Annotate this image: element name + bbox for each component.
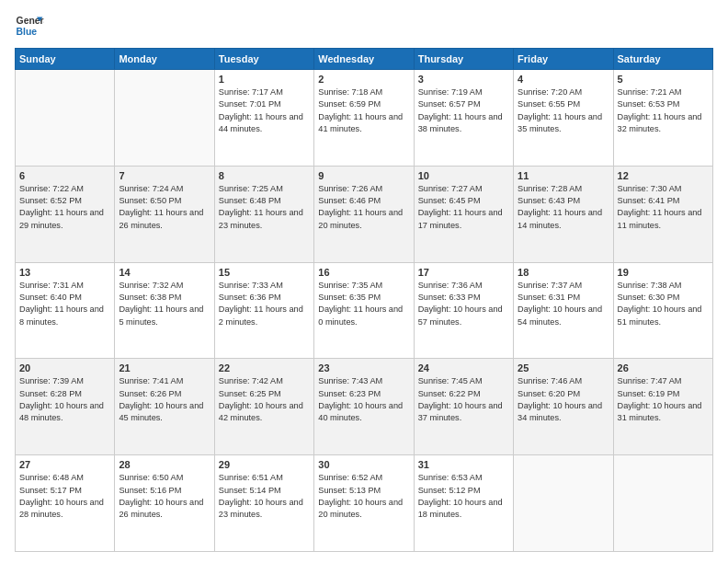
calendar-week-3: 13Sunrise: 7:31 AMSunset: 6:40 PMDayligh… [16, 262, 713, 359]
day-number: 24 [418, 362, 509, 373]
calendar-cell: 16Sunrise: 7:35 AMSunset: 6:35 PMDayligh… [314, 262, 414, 359]
day-number: 28 [119, 459, 210, 470]
day-number: 26 [618, 362, 709, 373]
calendar-cell: 23Sunrise: 7:43 AMSunset: 6:23 PMDayligh… [314, 359, 414, 455]
calendar-cell: 4Sunrise: 7:20 AMSunset: 6:55 PMDaylight… [514, 70, 613, 167]
col-header-wednesday: Wednesday [314, 49, 414, 70]
day-number: 1 [219, 74, 310, 85]
cell-content: Sunrise: 7:33 AMSunset: 6:36 PMDaylight:… [219, 281, 303, 327]
day-number: 25 [518, 362, 609, 373]
cell-content: Sunrise: 7:46 AMSunset: 6:20 PMDaylight:… [518, 376, 602, 422]
calendar-cell [16, 70, 115, 167]
cell-content: Sunrise: 7:47 AMSunset: 6:19 PMDaylight:… [618, 376, 702, 422]
calendar-week-2: 6Sunrise: 7:22 AMSunset: 6:52 PMDaylight… [16, 166, 713, 262]
calendar-cell: 1Sunrise: 7:17 AMSunset: 7:01 PMDaylight… [214, 70, 313, 167]
calendar-cell: 31Sunrise: 6:53 AMSunset: 5:12 PMDayligh… [414, 455, 513, 552]
cell-content: Sunrise: 6:52 AMSunset: 5:13 PMDaylight:… [318, 473, 403, 519]
calendar-cell [514, 455, 613, 552]
day-number: 8 [219, 170, 310, 181]
day-number: 31 [418, 459, 509, 470]
day-number: 5 [618, 74, 709, 85]
general-blue-logo-icon: General Blue [15, 11, 44, 40]
cell-content: Sunrise: 7:20 AMSunset: 6:55 PMDaylight:… [518, 87, 602, 133]
calendar-cell: 24Sunrise: 7:45 AMSunset: 6:22 PMDayligh… [414, 359, 513, 455]
day-number: 3 [418, 74, 509, 85]
cell-content: Sunrise: 7:39 AMSunset: 6:28 PMDaylight:… [19, 376, 104, 422]
cell-content: Sunrise: 7:42 AMSunset: 6:25 PMDaylight:… [219, 376, 303, 422]
cell-content: Sunrise: 7:18 AMSunset: 6:59 PMDaylight:… [318, 87, 403, 133]
cell-content: Sunrise: 6:53 AMSunset: 5:12 PMDaylight:… [418, 473, 503, 519]
day-number: 18 [518, 267, 609, 278]
day-number: 27 [19, 459, 110, 470]
cell-content: Sunrise: 7:43 AMSunset: 6:23 PMDaylight:… [318, 376, 403, 422]
day-number: 23 [318, 362, 409, 373]
calendar-cell: 20Sunrise: 7:39 AMSunset: 6:28 PMDayligh… [16, 359, 115, 455]
col-header-tuesday: Tuesday [214, 49, 313, 70]
calendar-cell: 27Sunrise: 6:48 AMSunset: 5:17 PMDayligh… [16, 455, 115, 552]
day-number: 4 [518, 74, 609, 85]
calendar-cell: 10Sunrise: 7:27 AMSunset: 6:45 PMDayligh… [414, 166, 513, 262]
cell-content: Sunrise: 7:24 AMSunset: 6:50 PMDaylight:… [119, 184, 203, 230]
calendar-week-4: 20Sunrise: 7:39 AMSunset: 6:28 PMDayligh… [16, 359, 713, 455]
calendar-cell: 11Sunrise: 7:28 AMSunset: 6:43 PMDayligh… [514, 166, 613, 262]
day-number: 22 [219, 362, 310, 373]
cell-content: Sunrise: 7:36 AMSunset: 6:33 PMDaylight:… [418, 281, 503, 327]
calendar-cell: 2Sunrise: 7:18 AMSunset: 6:59 PMDaylight… [314, 70, 414, 167]
calendar-cell [115, 70, 214, 167]
col-header-sunday: Sunday [16, 49, 115, 70]
day-number: 10 [418, 170, 509, 181]
cell-content: Sunrise: 7:30 AMSunset: 6:41 PMDaylight:… [618, 184, 702, 230]
cell-content: Sunrise: 7:21 AMSunset: 6:53 PMDaylight:… [618, 87, 702, 133]
calendar-cell: 6Sunrise: 7:22 AMSunset: 6:52 PMDaylight… [16, 166, 115, 262]
day-number: 15 [219, 267, 310, 278]
cell-content: Sunrise: 7:32 AMSunset: 6:38 PMDaylight:… [119, 281, 203, 327]
calendar-cell: 26Sunrise: 7:47 AMSunset: 6:19 PMDayligh… [613, 359, 712, 455]
day-number: 11 [518, 170, 609, 181]
cell-content: Sunrise: 7:26 AMSunset: 6:46 PMDaylight:… [318, 184, 403, 230]
logo: General Blue [15, 11, 44, 40]
cell-content: Sunrise: 7:45 AMSunset: 6:22 PMDaylight:… [418, 376, 503, 422]
cell-content: Sunrise: 7:37 AMSunset: 6:31 PMDaylight:… [518, 281, 602, 327]
calendar-cell: 13Sunrise: 7:31 AMSunset: 6:40 PMDayligh… [16, 262, 115, 359]
col-header-friday: Friday [514, 49, 613, 70]
page: General Blue SundayMondayTuesdayWednesda… [0, 0, 728, 563]
day-number: 29 [219, 459, 310, 470]
day-number: 30 [318, 459, 409, 470]
cell-content: Sunrise: 7:19 AMSunset: 6:57 PMDaylight:… [418, 87, 503, 133]
calendar-cell: 17Sunrise: 7:36 AMSunset: 6:33 PMDayligh… [414, 262, 513, 359]
day-number: 13 [19, 267, 110, 278]
day-number: 6 [19, 170, 110, 181]
cell-content: Sunrise: 7:41 AMSunset: 6:26 PMDaylight:… [119, 376, 203, 422]
calendar-cell: 28Sunrise: 6:50 AMSunset: 5:16 PMDayligh… [115, 455, 214, 552]
day-number: 16 [318, 267, 409, 278]
cell-content: Sunrise: 6:48 AMSunset: 5:17 PMDaylight:… [19, 473, 104, 519]
col-header-thursday: Thursday [414, 49, 513, 70]
day-number: 12 [618, 170, 709, 181]
calendar-cell: 5Sunrise: 7:21 AMSunset: 6:53 PMDaylight… [613, 70, 712, 167]
calendar-cell: 29Sunrise: 6:51 AMSunset: 5:14 PMDayligh… [214, 455, 313, 552]
cell-content: Sunrise: 7:27 AMSunset: 6:45 PMDaylight:… [418, 184, 503, 230]
calendar-cell: 8Sunrise: 7:25 AMSunset: 6:48 PMDaylight… [214, 166, 313, 262]
calendar-cell: 14Sunrise: 7:32 AMSunset: 6:38 PMDayligh… [115, 262, 214, 359]
day-number: 7 [119, 170, 210, 181]
calendar-cell: 3Sunrise: 7:19 AMSunset: 6:57 PMDaylight… [414, 70, 513, 167]
cell-content: Sunrise: 6:50 AMSunset: 5:16 PMDaylight:… [119, 473, 203, 519]
calendar-cell [613, 455, 712, 552]
cell-content: Sunrise: 7:38 AMSunset: 6:30 PMDaylight:… [618, 281, 702, 327]
cell-content: Sunrise: 7:22 AMSunset: 6:52 PMDaylight:… [19, 184, 104, 230]
calendar-week-5: 27Sunrise: 6:48 AMSunset: 5:17 PMDayligh… [16, 455, 713, 552]
header: General Blue [15, 11, 713, 40]
calendar-table: SundayMondayTuesdayWednesdayThursdayFrid… [15, 48, 713, 552]
calendar-cell: 22Sunrise: 7:42 AMSunset: 6:25 PMDayligh… [214, 359, 313, 455]
calendar-cell: 12Sunrise: 7:30 AMSunset: 6:41 PMDayligh… [613, 166, 712, 262]
calendar-cell: 21Sunrise: 7:41 AMSunset: 6:26 PMDayligh… [115, 359, 214, 455]
day-number: 14 [119, 267, 210, 278]
calendar-cell: 7Sunrise: 7:24 AMSunset: 6:50 PMDaylight… [115, 166, 214, 262]
calendar-cell: 30Sunrise: 6:52 AMSunset: 5:13 PMDayligh… [314, 455, 414, 552]
cell-content: Sunrise: 7:31 AMSunset: 6:40 PMDaylight:… [19, 281, 104, 327]
cell-content: Sunrise: 6:51 AMSunset: 5:14 PMDaylight:… [219, 473, 303, 519]
calendar-cell: 15Sunrise: 7:33 AMSunset: 6:36 PMDayligh… [214, 262, 313, 359]
col-header-monday: Monday [115, 49, 214, 70]
cell-content: Sunrise: 7:25 AMSunset: 6:48 PMDaylight:… [219, 184, 303, 230]
day-number: 21 [119, 362, 210, 373]
